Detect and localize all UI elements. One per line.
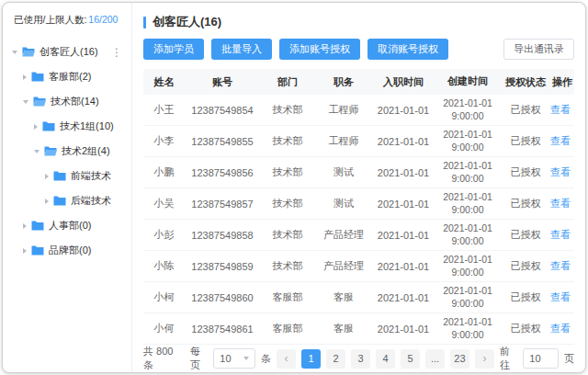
caret-right-icon[interactable]	[23, 248, 27, 254]
page-ellipsis: ...	[425, 349, 445, 369]
table-body: 小王12387549854技术部工程师2021-01-012021-01-019…	[143, 95, 574, 345]
cell-status: 已授权	[501, 290, 550, 304]
cell-created: 2021-01-019:00:00	[435, 129, 501, 153]
tree-node-8[interactable]: 品牌部(0)	[3, 238, 131, 263]
view-link[interactable]: 查看	[550, 229, 571, 240]
view-link[interactable]: 查看	[550, 166, 571, 177]
view-link[interactable]: 查看	[550, 291, 571, 302]
tree-node-0[interactable]: 创客匠人(16)⋮	[3, 40, 131, 64]
view-link[interactable]: 查看	[550, 198, 571, 209]
caret-right-icon[interactable]	[45, 199, 49, 204]
usage-stats: 已使用/上限人数:16/200	[3, 14, 131, 40]
created-time: 9:00:00	[435, 142, 501, 153]
toolbar-button-3[interactable]: 取消账号授权	[368, 39, 448, 60]
toolbar: 添加学员批量导入添加账号授权取消账号授权 导出通讯录	[143, 39, 574, 60]
column-header-role: 职务	[315, 75, 372, 89]
tree-node-label: 前端技术	[71, 169, 111, 183]
per-page-prefix: 每页	[190, 345, 208, 372]
tree-node-5[interactable]: 前端技术	[3, 164, 131, 188]
page-button-5[interactable]: 5	[401, 349, 420, 369]
cell-status: 已授权	[501, 322, 550, 335]
cell-dept: 客服部	[260, 290, 315, 304]
tree-node-label: 技术部(14)	[51, 95, 99, 108]
cell-name: 小吴	[143, 197, 185, 210]
caret-right-icon[interactable]	[34, 124, 38, 130]
tree-node-label: 客服部(2)	[49, 70, 91, 84]
cell-name: 小王	[143, 103, 185, 117]
main-content: 创客匠人(16) 添加学员批量导入添加账号授权取消账号授权 导出通讯录 姓名账号…	[132, 3, 585, 372]
tree-node-label: 创客匠人(16)	[40, 45, 98, 59]
cell-created: 2021-01-019:00:00	[435, 191, 501, 215]
created-date: 2021-01-01	[435, 285, 501, 297]
cell-account: 12387549860	[185, 292, 260, 303]
view-link[interactable]: 查看	[550, 135, 571, 146]
column-header-join: 入职时间	[372, 75, 435, 89]
usage-value: 16/200	[88, 14, 118, 25]
caret-right-icon[interactable]	[23, 223, 27, 229]
page-button-1[interactable]: 1	[301, 349, 321, 369]
cell-dept: 技术部	[260, 134, 315, 148]
tree-node-label: 技术2组(4)	[62, 144, 110, 158]
per-page-value: 10	[220, 353, 231, 364]
cell-actions: 查看|编辑|删除	[550, 103, 574, 117]
prev-page-button[interactable]: ‹	[277, 349, 296, 369]
created-date: 2021-01-01	[435, 160, 501, 172]
per-page-select[interactable]: 10	[213, 348, 255, 369]
tree-node-6[interactable]: 后端技术	[3, 188, 131, 213]
column-header-account: 账号	[185, 75, 260, 89]
cell-created: 2021-01-019:00:00	[435, 160, 501, 184]
page-title: 创客匠人(16)	[153, 14, 221, 30]
cell-actions: 查看|编辑|删除	[550, 165, 574, 179]
cell-created: 2021-01-019:00:00	[435, 285, 501, 309]
pagination: 共 800 条每页10条‹12345...23›前往10页	[143, 345, 574, 372]
cell-role: 产品经理	[315, 228, 372, 242]
page-button-3[interactable]: 3	[351, 349, 370, 369]
caret-down-icon[interactable]	[23, 100, 28, 104]
toolbar-button-2[interactable]: 添加账号授权	[279, 39, 360, 60]
tree-node-4[interactable]: 技术2组(4)	[3, 139, 131, 164]
tree-node-2[interactable]: 技术部(14)	[3, 89, 131, 114]
page-button-4[interactable]: 4	[376, 349, 395, 369]
view-link[interactable]: 查看	[550, 323, 571, 334]
cell-dept: 客服部	[260, 322, 315, 335]
folder-icon	[31, 245, 44, 256]
view-link[interactable]: 查看	[550, 260, 571, 271]
table-row: 小彭12387549858技术部产品经理2021-01-012021-01-01…	[143, 220, 574, 251]
total-count-label: 共 800 条	[143, 345, 181, 372]
toolbar-button-1[interactable]: 批量导入	[211, 39, 272, 60]
cell-name: 小鹏	[143, 165, 185, 179]
table-row: 小陈12387549859技术部产品经理2021-01-012021-01-01…	[143, 251, 574, 282]
tree-node-label: 技术1组(10)	[60, 119, 114, 133]
caret-down-icon[interactable]	[12, 51, 17, 54]
cell-role: 工程师	[315, 134, 372, 148]
tree-node-3[interactable]: 技术1组(10)	[3, 114, 131, 139]
cell-join: 2021-01-01	[372, 199, 435, 210]
goto-page-input[interactable]: 10	[523, 348, 559, 369]
cell-join: 2021-01-01	[372, 105, 435, 116]
tree-node-7[interactable]: 人事部(0)	[3, 213, 131, 238]
more-actions-icon[interactable]: ⋮	[111, 46, 122, 59]
tree-node-1[interactable]: 客服部(2)	[3, 64, 131, 89]
next-page-button[interactable]: ›	[475, 349, 494, 369]
cell-join: 2021-01-01	[372, 136, 435, 147]
cell-role: 客服	[315, 290, 372, 304]
view-link[interactable]: 查看	[550, 104, 571, 115]
cell-name: 小彭	[143, 228, 185, 242]
export-contacts-button[interactable]: 导出通讯录	[503, 39, 574, 60]
created-time: 9:00:00	[435, 173, 501, 185]
cell-dept: 技术部	[260, 197, 315, 210]
caret-right-icon[interactable]	[23, 74, 27, 80]
folder-icon	[42, 121, 55, 131]
page-button-2[interactable]: 2	[326, 349, 345, 369]
toolbar-button-0[interactable]: 添加学员	[143, 39, 204, 60]
folder-icon	[53, 171, 66, 181]
created-time: 9:00:00	[435, 267, 501, 278]
cell-name: 小李	[143, 134, 185, 148]
page-button-23[interactable]: 23	[450, 349, 469, 369]
column-header-name: 姓名	[143, 75, 185, 89]
caret-down-icon[interactable]	[34, 150, 40, 153]
caret-right-icon[interactable]	[45, 174, 49, 179]
cell-actions: 查看|编辑|删除	[550, 322, 574, 335]
cell-account: 12387549857	[185, 199, 260, 210]
cell-join: 2021-01-01	[372, 324, 435, 335]
